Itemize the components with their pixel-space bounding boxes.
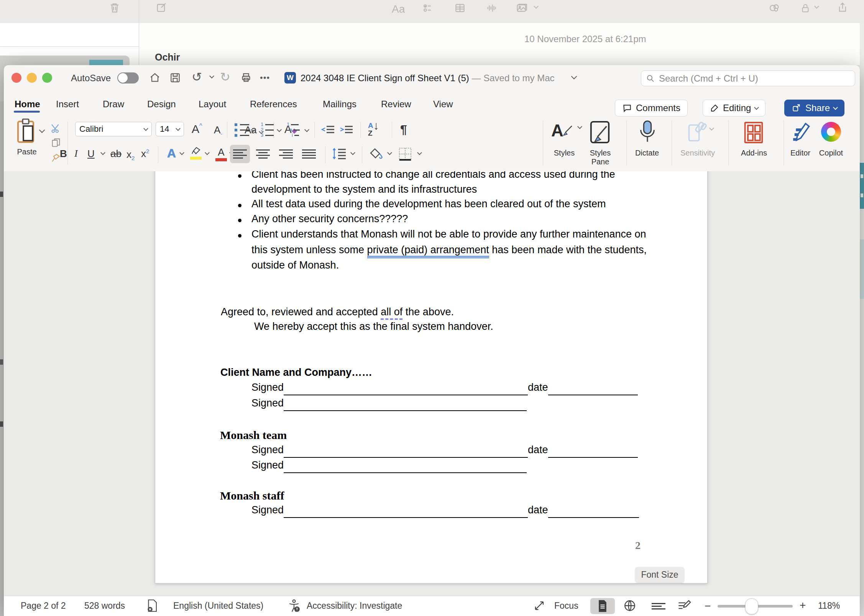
minimize-button[interactable] [27, 73, 37, 83]
bullets-button[interactable] [235, 123, 249, 137]
language-selector[interactable]: English (United States) [173, 601, 263, 611]
tab-design[interactable]: Design [147, 99, 176, 110]
compose-icon[interactable] [155, 1, 168, 15]
tab-review[interactable]: Review [381, 99, 411, 110]
copy-icon[interactable] [51, 137, 61, 149]
highlight-button[interactable] [190, 146, 202, 160]
word-count[interactable]: 528 words [84, 601, 125, 611]
multilevel-list-button[interactable]: 1 a i [287, 122, 300, 138]
styles-label: Styles [544, 149, 584, 157]
undo-icon[interactable]: ↺ [192, 71, 202, 83]
monash-team-heading: Monash team [220, 429, 287, 442]
document-page[interactable]: Client has been instructed to change all… [155, 171, 708, 583]
document-canvas[interactable]: Client has been instructed to change all… [4, 171, 859, 596]
subscript-button[interactable]: x2 [126, 149, 135, 161]
justify-button[interactable] [302, 148, 316, 160]
search-placeholder: Search (Cmd + Ctrl + U) [659, 73, 758, 84]
editing-label: Editing [723, 103, 751, 113]
dictate-button[interactable] [637, 120, 658, 145]
media-icon[interactable] [515, 2, 528, 15]
zoom-in-button[interactable]: + [800, 599, 806, 611]
tab-insert[interactable]: Insert [56, 99, 79, 110]
italic-button[interactable]: I [74, 148, 78, 159]
note-timestamp: 10 November 2025 at 6:21pm [524, 34, 646, 44]
decrease-indent-button[interactable] [321, 125, 335, 136]
client-section-heading: Client Name and Company…… [220, 367, 372, 380]
outline-view-button[interactable] [652, 601, 665, 611]
sensitivity-button[interactable] [686, 120, 708, 144]
font-name-select[interactable]: Calibri [75, 122, 152, 136]
styles-pane-button[interactable] [589, 120, 611, 144]
tab-home[interactable]: Home [15, 99, 40, 110]
lock-icon[interactable] [800, 2, 811, 15]
tab-view[interactable]: View [433, 99, 453, 110]
styles-button[interactable]: A [551, 121, 574, 140]
autosave-toggle[interactable] [117, 72, 139, 84]
checklist-icon[interactable] [422, 2, 434, 15]
doc-line: Agreed to, reviewed and accepted all of … [221, 306, 454, 320]
font-size-select[interactable]: 14 [156, 122, 184, 136]
tab-layout[interactable]: Layout [199, 99, 226, 110]
web-layout-view-button[interactable] [623, 599, 636, 612]
font-color-button[interactable]: A [215, 146, 227, 161]
redo-icon[interactable]: ↻ [220, 71, 230, 83]
superscript-button[interactable]: x2 [141, 148, 149, 160]
proofing-status-icon[interactable] [146, 599, 158, 613]
page-count[interactable]: Page 2 of 2 [21, 601, 66, 611]
accessibility-status[interactable]: Accessibility: Investigate [307, 601, 402, 611]
strikethrough-button[interactable]: ab [110, 148, 122, 160]
tab-references[interactable]: References [250, 99, 297, 110]
monash-staff-heading: Monash staff [220, 489, 284, 503]
screen: Aa 10 November 2025 at 6:21pm Ochir Auto… [0, 0, 864, 616]
borders-button[interactable] [398, 147, 412, 161]
copilot-button[interactable] [821, 122, 841, 142]
trash-icon[interactable] [108, 1, 121, 15]
share-icon [792, 103, 802, 113]
share-button[interactable]: Share [784, 100, 844, 116]
zoom-slider-thumb[interactable] [745, 598, 758, 614]
increase-indent-button[interactable] [340, 125, 353, 136]
close-button[interactable] [11, 73, 21, 83]
zoom-percentage[interactable]: 118% [818, 601, 840, 611]
text-effects-button[interactable]: A [167, 146, 176, 161]
editing-button[interactable]: Editing [703, 100, 765, 116]
accessibility-icon[interactable] [287, 598, 301, 613]
numbering-button[interactable]: 1 2 3 [261, 122, 274, 138]
editor-button[interactable] [790, 121, 811, 144]
draft-view-button[interactable] [677, 598, 692, 613]
home-icon[interactable] [149, 72, 161, 84]
notes-format-icon[interactable]: Aa [392, 3, 405, 15]
print-icon[interactable] [240, 72, 252, 84]
more-options-icon[interactable]: ••• [260, 73, 270, 83]
audio-icon[interactable] [485, 2, 498, 15]
pilcrow-button[interactable]: ¶ [400, 123, 407, 137]
share-label: Share [805, 103, 830, 113]
add-ins-button[interactable] [743, 121, 764, 144]
print-layout-view-button[interactable] [590, 598, 615, 614]
search-input[interactable]: Search (Cmd + Ctrl + U) [641, 70, 855, 86]
focus-button[interactable]: Focus [554, 601, 578, 611]
zoom-out-button[interactable]: − [705, 600, 711, 612]
notes-share-icon[interactable] [836, 1, 849, 15]
document-title[interactable]: 2024 3048 IE Client Sign off Sheet V1 (5… [301, 73, 555, 84]
sort-button[interactable]: A↓ Z [368, 122, 379, 137]
paste-button[interactable] [16, 118, 36, 144]
shading-button[interactable] [369, 147, 383, 160]
bold-button[interactable]: B [60, 148, 67, 160]
save-icon[interactable] [169, 72, 181, 84]
underline-button[interactable]: U [87, 148, 95, 160]
tab-mailings[interactable]: Mailings [323, 99, 356, 110]
table-icon[interactable] [454, 2, 466, 15]
line-spacing-button[interactable] [332, 147, 347, 160]
tab-draw[interactable]: Draw [103, 99, 124, 110]
shrink-font-button[interactable]: Aˬ [214, 124, 222, 136]
focus-icon[interactable] [534, 600, 545, 611]
comments-button[interactable]: Comments [615, 100, 688, 116]
cut-icon[interactable] [50, 123, 61, 134]
align-left-button[interactable] [233, 148, 247, 160]
add-link-icon[interactable] [767, 2, 780, 15]
align-center-button[interactable] [256, 148, 270, 160]
align-right-button[interactable] [279, 148, 293, 160]
zoom-button[interactable] [42, 73, 52, 83]
grow-font-button[interactable]: A^ [192, 123, 202, 136]
